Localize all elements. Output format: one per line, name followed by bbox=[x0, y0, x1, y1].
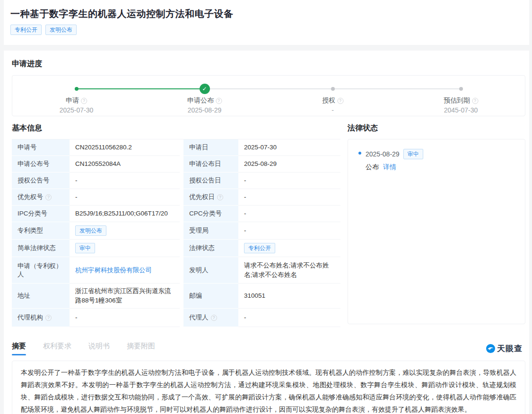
applicant-value: 杭州宇树科技股份有限公司 bbox=[70, 257, 180, 284]
step-dot-expiry bbox=[459, 87, 463, 91]
patent-type-value: 发明公布 bbox=[70, 222, 180, 240]
inventors-label: 发明人 bbox=[183, 257, 238, 284]
address-value: 浙江省杭州市滨江区西兴街道东流路88号1幢306室 bbox=[70, 284, 180, 309]
tab-abstract-figure[interactable]: 摘要附图 bbox=[127, 342, 155, 355]
legal-status-item: 2025-08-29 审中 公布 详情 bbox=[358, 149, 516, 172]
publication-date-label: 申请公布日 bbox=[183, 156, 238, 172]
agency-label: 代理机构? bbox=[12, 309, 70, 327]
patent-type-label: 专利类型 bbox=[12, 222, 70, 240]
step-check-published-icon: ✓ bbox=[200, 84, 210, 94]
application-date-label: 申请日 bbox=[183, 139, 238, 156]
applicant-company-link[interactable]: 杭州宇树科技股份有限公司 bbox=[75, 266, 152, 275]
help-icon[interactable]: ? bbox=[81, 98, 87, 104]
info-section: 基本信息 申请号 CN202511056280.2 申请日 2025-07-30 bbox=[12, 123, 525, 327]
legal-status-value: 专利公开 bbox=[238, 240, 340, 257]
legal-status-box: 2025-08-29 审中 公布 详情 bbox=[348, 139, 525, 324]
invention-publication-tag: 发明公布 bbox=[45, 25, 77, 35]
accepting-office-label: 受理局 bbox=[183, 222, 238, 240]
agency-value: - bbox=[70, 309, 180, 327]
legal-status-panel: 法律状态 2025-08-29 审中 公布 详情 bbox=[348, 123, 525, 327]
basic-info-heading: 基本信息 bbox=[12, 123, 340, 133]
help-icon[interactable]: ? bbox=[472, 98, 478, 104]
document-tabs: 摘要 权利要求 说明书 摘要附图 bbox=[12, 342, 155, 355]
page-title: 一种基于数字孪生的机器人运动控制方法和电子设备 bbox=[10, 8, 523, 20]
grant-date-label: 授权公告日 bbox=[183, 172, 238, 189]
help-icon[interactable]: ? bbox=[217, 194, 223, 200]
patent-type-tag: 发明公布 bbox=[75, 225, 106, 236]
step-label: 申请公布 bbox=[187, 96, 214, 105]
patent-main-card: 申请进度 ✓ 申请 ? 2025-07-30 申请公布 ? 2 bbox=[4, 51, 529, 414]
step-date: - bbox=[322, 106, 343, 114]
brand-logo: 天眼查 bbox=[486, 343, 523, 354]
timeline-track bbox=[77, 88, 461, 89]
patent-open-tag: 专利公开 bbox=[10, 25, 42, 35]
applicant-label: 申请（专利权）人 bbox=[12, 257, 70, 284]
help-icon[interactable]: ? bbox=[337, 98, 343, 104]
grant-date-value: - bbox=[238, 172, 340, 189]
application-date-value: 2025-07-30 bbox=[238, 139, 340, 156]
row-legal-status: 简单法律状态 审中 法律状态 专利公开 bbox=[12, 240, 340, 257]
row-agency: 代理机构? - 代理人? - bbox=[12, 309, 340, 327]
bullet-dot-icon bbox=[358, 152, 361, 155]
basic-info-panel: 基本信息 申请号 CN202511056280.2 申请日 2025-07-30 bbox=[12, 123, 340, 327]
timeline-step-filed: 申请 ? 2025-07-30 bbox=[60, 96, 94, 114]
grant-number-label: 授权公告号 bbox=[12, 172, 70, 189]
legal-action-text: 公布 bbox=[366, 163, 379, 171]
agent-value: - bbox=[238, 309, 340, 327]
publication-number-label: 申请公布号 bbox=[12, 156, 70, 172]
grant-number-value: - bbox=[70, 172, 180, 189]
tab-abstract[interactable]: 摘要 bbox=[12, 342, 26, 355]
row-grant-number: 授权公告号 - 授权公告日 - bbox=[12, 172, 340, 189]
help-icon[interactable]: ? bbox=[45, 315, 52, 321]
application-number-value: CN202511056280.2 bbox=[70, 139, 180, 156]
cpc-class-label: CPC分类号 bbox=[183, 206, 238, 222]
row-classification: IPC分类号 B25J9/16;B25J11/00;G06T17/20 CPC分… bbox=[12, 206, 340, 222]
header-tag-row: 专利公开 发明公布 bbox=[10, 25, 523, 35]
agent-label: 代理人? bbox=[183, 309, 238, 327]
tab-claims[interactable]: 权利要求 bbox=[43, 342, 71, 355]
step-label: 预估到期 bbox=[444, 96, 470, 105]
legal-status-heading: 法律状态 bbox=[348, 123, 525, 133]
address-label: 地址 bbox=[12, 284, 70, 309]
progress-heading: 申请进度 bbox=[12, 59, 525, 69]
accepting-office-value: - bbox=[238, 222, 340, 240]
help-icon[interactable]: ? bbox=[211, 315, 217, 321]
legal-status-date: 2025-08-29 bbox=[366, 150, 400, 158]
legal-status-label: 法律状态 bbox=[183, 240, 238, 257]
patent-detail-page: 一种基于数字孪生的机器人运动控制方法和电子设备 专利公开 发明公布 申请进度 ✓… bbox=[0, 0, 532, 414]
priority-number-value: - bbox=[70, 189, 180, 206]
help-icon[interactable]: ? bbox=[216, 98, 222, 104]
priority-number-label: 优先权号? bbox=[12, 189, 70, 206]
publication-number-value: CN120552084A bbox=[70, 156, 180, 172]
step-date: 2025-07-30 bbox=[60, 106, 94, 114]
timeline-track-done bbox=[77, 88, 205, 89]
ipc-class-value: B25J9/16;B25J11/00;G06T17/20 bbox=[70, 206, 180, 222]
simple-legal-status-label: 简单法律状态 bbox=[12, 240, 70, 257]
under-review-tag: 审中 bbox=[403, 149, 423, 159]
row-address: 地址 浙江省杭州市滨江区西兴街道东流路88号1幢306室 邮编 310051 bbox=[12, 284, 340, 309]
step-dot-filed bbox=[75, 87, 78, 91]
row-patent-type: 专利类型 发明公布 受理局 - bbox=[12, 222, 340, 240]
step-date: 2025-08-29 bbox=[187, 106, 222, 114]
cpc-class-value: - bbox=[238, 206, 340, 222]
legal-detail-link[interactable]: 详情 bbox=[383, 163, 396, 171]
inventors-value: 请求不公布姓名;请求不公布姓名;请求不公布姓名 bbox=[238, 257, 340, 284]
postcode-label: 邮编 bbox=[183, 284, 238, 309]
patent-header: 一种基于数字孪生的机器人运动控制方法和电子设备 专利公开 发明公布 bbox=[4, 0, 529, 45]
application-number-label: 申请号 bbox=[12, 139, 70, 156]
document-tabs-row: 摘要 权利要求 说明书 摘要附图 天眼查 bbox=[12, 342, 525, 355]
publication-date-value: 2025-08-29 bbox=[238, 156, 340, 172]
help-icon[interactable]: ? bbox=[45, 194, 52, 200]
abstract-text: 本发明公开了一种基于数字孪生的机器人运动控制方法和电子设备，属于机器人运动控制技… bbox=[21, 366, 516, 414]
row-priority: 优先权号? - 优先权日? - bbox=[12, 189, 340, 206]
row-publication-number: 申请公布号 CN120552084A 申请公布日 2025-08-29 bbox=[12, 156, 340, 172]
simple-legal-status-value: 审中 bbox=[70, 240, 180, 257]
tab-description[interactable]: 说明书 bbox=[88, 342, 110, 355]
priority-date-label: 优先权日? bbox=[183, 189, 238, 206]
step-label: 申请 bbox=[66, 96, 79, 105]
patent-open-tag: 专利公开 bbox=[244, 243, 275, 253]
postcode-value: 310051 bbox=[238, 284, 340, 309]
row-applicant: 申请（专利权）人 杭州宇树科技股份有限公司 发明人 请求不公布姓名;请求不公布姓… bbox=[12, 257, 340, 284]
ipc-class-label: IPC分类号 bbox=[12, 206, 70, 222]
under-review-tag: 审中 bbox=[75, 243, 95, 253]
